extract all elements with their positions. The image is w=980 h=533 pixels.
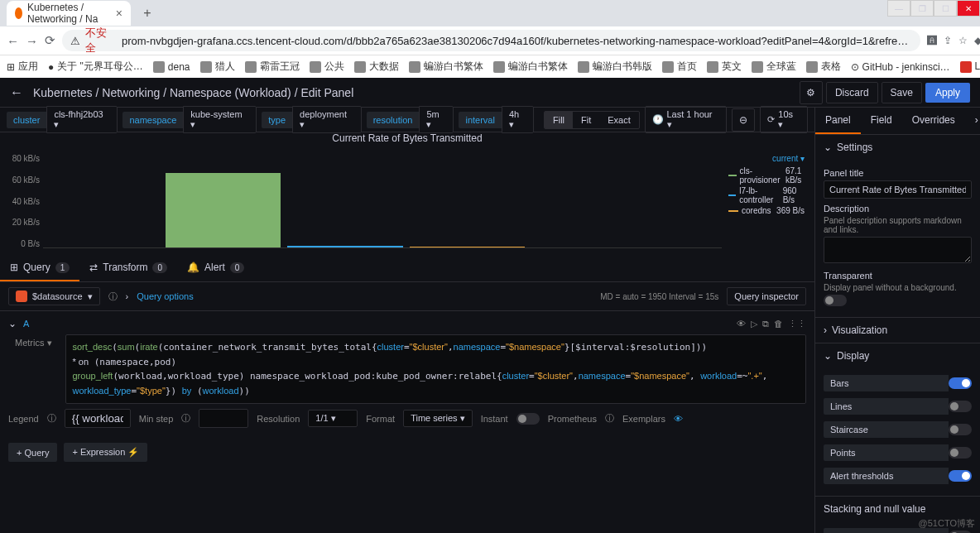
time-range-picker[interactable]: 🕐 Last 1 hour ▾ [645,106,728,133]
resolution-select[interactable]: 1/1 ▾ [308,410,358,427]
min-step-input[interactable] [199,409,248,428]
minimize-button[interactable]: — [887,0,910,17]
points-toggle[interactable] [949,447,972,459]
tab-title: Kubernetes / Networking / Na [27,2,111,25]
bookmark-item[interactable]: 公共 [310,60,344,74]
fit-button[interactable]: Fit [573,112,599,128]
zoom-out-icon[interactable]: ⊖ [732,108,755,132]
lines-toggle[interactable] [949,401,972,412]
reload-button[interactable]: ⟳ [45,31,55,50]
extension-icon-1[interactable]: ◆ [974,31,980,50]
tab-close-icon[interactable]: × [116,7,122,20]
translate-icon[interactable]: 🅰 [927,31,937,50]
url-input[interactable]: ⚠ 不安全 prom-nvbgdjen-grafana.ccs.tencent-… [62,30,920,51]
bookmark-item[interactable]: ● 关于 "元界耳母公… [48,60,143,74]
settings-icon[interactable]: ⚙ [800,81,823,104]
var-namespace[interactable]: namespace kube-system ▾ [122,106,257,133]
var-type[interactable]: type deployment ▾ [262,106,361,133]
back-button[interactable]: ← [7,31,19,50]
share-icon[interactable]: ⇪ [944,31,952,50]
duplicate-icon[interactable]: ⧉ [762,319,769,329]
star-icon[interactable]: ☆ [958,31,968,50]
view-mode-group: Fill Fit Exact [544,111,640,129]
maximize-button[interactable]: ☐ [934,0,957,17]
bars-toggle[interactable] [949,377,972,389]
datasource-picker[interactable]: $datasource ▾ [8,287,100,305]
panel-title-input[interactable] [824,180,972,199]
query-options-link[interactable]: Query options [137,291,193,301]
forward-button[interactable]: → [26,31,38,50]
bookmark-item[interactable]: 大数据 [354,60,399,74]
staircase-toggle[interactable] [949,424,972,435]
tab-expand[interactable]: › [965,108,980,134]
drag-icon[interactable]: ⋮⋮ [788,319,806,329]
grafana-favicon [15,7,22,19]
delete-icon[interactable]: 🗑 [774,319,783,329]
tab-alert[interactable]: 🔔 Alert 0 [177,255,254,281]
legend-item[interactable]: l7-lb-controller960 B/s [728,186,805,204]
apply-button[interactable]: Apply [925,83,970,103]
apps-button[interactable]: ⊞ 应用 [7,60,38,74]
instant-toggle[interactable] [516,413,540,425]
var-resolution[interactable]: resolution 5m ▾ [367,106,454,133]
refresh-picker[interactable]: ⟳ 10s ▾ [760,106,808,133]
save-button[interactable]: Save [882,82,922,103]
bookmark-item[interactable]: 蝙游白书繁体 [409,60,483,74]
bookmark-item[interactable]: 表格 [806,60,841,74]
exact-button[interactable]: Exact [599,112,639,128]
metrics-dropdown[interactable]: Metrics ▾ [8,334,59,409]
settings-header[interactable]: ⌄Settings [815,135,980,160]
variable-bar: cluster cls-fhhj2b03 ▾ namespace kube-sy… [0,108,814,132]
collapse-icon[interactable]: ⌄ [8,318,17,329]
fill-button[interactable]: Fill [545,112,573,128]
close-window-button[interactable]: ✕ [957,0,980,17]
run-icon[interactable]: ▷ [751,319,757,329]
breadcrumb: Kubernetes / Networking / Namespace (Wor… [33,86,353,99]
visualization-header[interactable]: ›Visualization [815,318,980,343]
legend-input[interactable] [65,409,131,428]
display-header[interactable]: ⌄Display [815,343,980,368]
exemplars-icon[interactable]: 👁 [674,414,683,424]
query-inspector-button[interactable]: Query inspector [727,287,806,305]
legend-header[interactable]: current ▾ [728,154,805,163]
legend-item[interactable]: coredns369 B/s [728,206,805,215]
promql-editor[interactable]: sort_desc(sum(irate(container_network_tr… [65,334,807,404]
bookmark-item[interactable]: LCM&K k8s报… [960,60,980,74]
bookmark-item[interactable]: 猎人 [200,60,235,74]
right-tabs: Panel Field Overrides › [815,108,980,135]
format-select[interactable]: Time series ▾ [403,410,473,427]
bookmark-item[interactable]: 英文 [707,60,742,74]
add-expression-button[interactable]: + Expression ⚡ [64,443,147,462]
var-interval[interactable]: interval 4h ▾ [459,106,534,133]
bookmark-item[interactable]: 首页 [662,60,697,74]
chart-plot[interactable] [43,154,722,248]
legend-item[interactable]: cls-provisioner67.1 kB/s [728,166,805,185]
bookmark-item[interactable]: dena [153,61,190,73]
restore-button[interactable]: ❐ [910,0,934,17]
info-icon[interactable]: ⓘ [108,291,118,303]
tab-panel[interactable]: Panel [815,108,861,134]
bookmark-item[interactable]: 蝙游白书韩版 [578,60,652,74]
tab-overrides[interactable]: Overrides [902,108,965,134]
transparent-toggle[interactable] [824,295,847,306]
bookmark-item[interactable]: ⊙ GitHub - jenkinsci… [851,61,950,73]
tab-transform[interactable]: ⇄ Transform 0 [79,255,177,281]
add-query-button[interactable]: + Query [8,443,57,462]
toggle-eye-icon[interactable]: 👁 [737,319,746,329]
tab-query[interactable]: ⊞ Query 1 [0,255,79,281]
new-tab-button[interactable]: + [137,3,157,23]
description-textarea[interactable] [824,237,972,263]
back-arrow-icon[interactable]: ← [10,85,23,100]
info-icon[interactable]: ⓘ [47,412,56,425]
browser-tab[interactable]: Kubernetes / Networking / Na × [7,1,131,26]
info-icon[interactable]: ⓘ [181,412,190,425]
alert-thresholds-toggle[interactable] [949,470,972,482]
expand-icon[interactable]: › [126,291,129,301]
discard-button[interactable]: Discard [826,82,878,103]
tab-field[interactable]: Field [861,108,902,134]
bookmark-item[interactable]: 霸雷王冠 [245,60,300,74]
var-cluster[interactable]: cluster cls-fhhj2b03 ▾ [7,106,118,133]
info-icon[interactable]: ⓘ [605,412,614,425]
bookmark-item[interactable]: 全球蓝 [752,60,796,74]
bookmark-item[interactable]: 蝙游白书繁体 [493,60,568,74]
